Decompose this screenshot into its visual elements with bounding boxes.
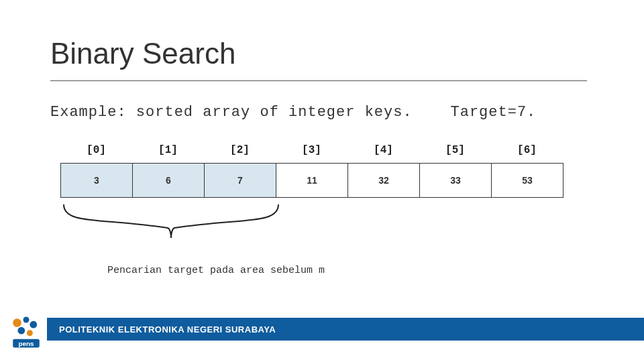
value-6: 53 xyxy=(492,164,563,197)
value-4: 32 xyxy=(348,164,420,197)
brace-caption: Pencarian target pada area sebelum m xyxy=(107,265,325,276)
example-line: Example: sorted array of integer keys. T… xyxy=(50,104,536,121)
slide-title: Binary Search xyxy=(50,37,235,70)
index-3: [3] xyxy=(276,144,347,163)
pens-logo-icon: pens xyxy=(8,314,44,350)
index-row: [0] [1] [2] [3] [4] [5] [6] xyxy=(60,144,564,163)
index-1: [1] xyxy=(132,144,204,163)
brace-icon xyxy=(60,201,282,248)
index-2: [2] xyxy=(204,144,276,163)
index-5: [5] xyxy=(419,144,491,163)
value-1: 6 xyxy=(133,164,205,197)
svg-point-4 xyxy=(27,330,33,336)
array-diagram: [0] [1] [2] [3] [4] [5] [6] 3 6 7 11 32 … xyxy=(60,144,564,198)
example-text: Example: sorted array of integer keys. xyxy=(50,104,413,121)
value-5: 33 xyxy=(420,164,492,197)
slide: Binary Search Example: sorted array of i… xyxy=(0,0,644,362)
svg-point-0 xyxy=(13,318,21,327)
svg-point-1 xyxy=(23,317,30,323)
index-4: [4] xyxy=(347,144,419,163)
value-row: 3 6 7 11 32 33 53 xyxy=(60,163,564,198)
target-text: Target=7. xyxy=(451,104,537,121)
svg-point-3 xyxy=(17,327,25,335)
value-0: 3 xyxy=(61,164,133,197)
footer-text: POLITEKNIK ELEKTRONIKA NEGERI SURABAYA xyxy=(59,324,276,335)
title-underline xyxy=(50,80,587,81)
index-6: [6] xyxy=(491,144,563,163)
index-0: [0] xyxy=(60,144,132,163)
value-2: 7 xyxy=(205,164,276,197)
logo-text: pens xyxy=(18,340,34,347)
value-3: 11 xyxy=(276,164,348,197)
svg-point-2 xyxy=(30,321,37,328)
footer-bar: POLITEKNIK ELEKTRONIKA NEGERI SURABAYA xyxy=(47,318,644,341)
